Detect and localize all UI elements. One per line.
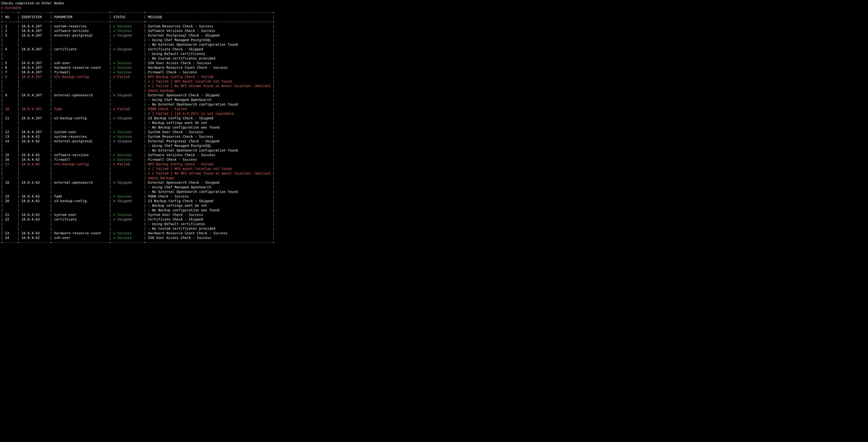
terminal-output: Checks completed on Other Nodes Automate…: [0, 0, 868, 247]
results-table: +-------+---------------+---------------…: [1, 10, 867, 245]
section-subtitle: Automate: [1, 6, 867, 10]
section-title: Checks completed on Other Nodes: [1, 1, 867, 6]
